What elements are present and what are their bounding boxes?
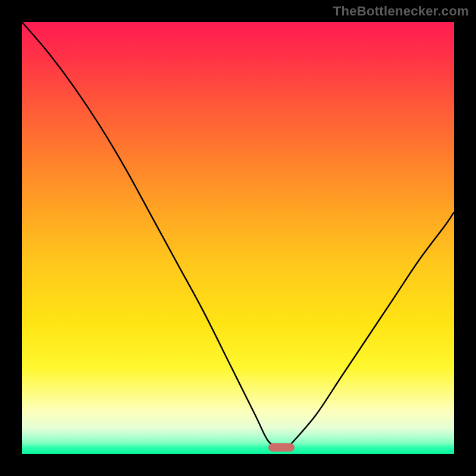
- watermark-text: TheBottlenecker.com: [333, 4, 469, 19]
- chart-frame: TheBottlenecker.com: [0, 0, 476, 476]
- bottleneck-curve: [22, 22, 454, 454]
- plot-area: [22, 22, 454, 454]
- curve-path: [22, 22, 454, 450]
- minimum-marker: [268, 443, 295, 452]
